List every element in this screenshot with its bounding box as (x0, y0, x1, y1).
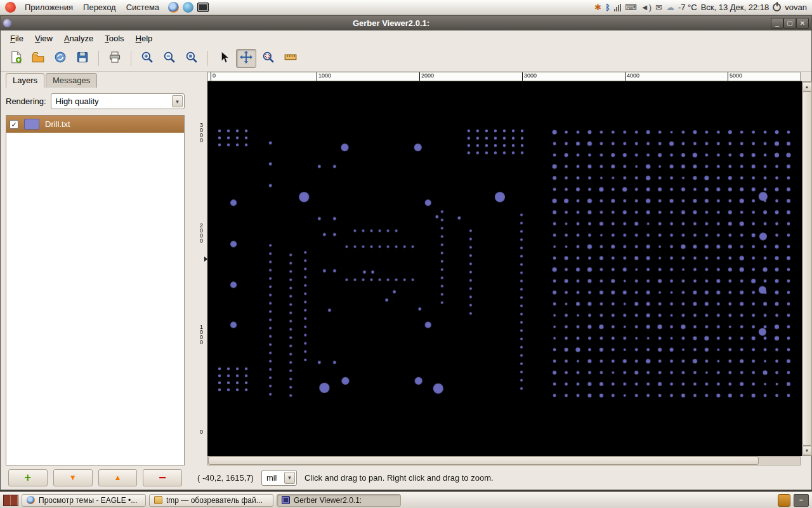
remove-layer-button[interactable]: − (143, 469, 182, 486)
weather-temperature: -7 °C (678, 3, 697, 12)
ruler-corner-right (801, 72, 811, 81)
toolbar-refresh-button[interactable] (50, 49, 70, 68)
menu-help[interactable]: Help (130, 32, 159, 45)
weather-icon[interactable]: ☁ (666, 3, 674, 11)
browser-launcher-icon[interactable] (183, 2, 193, 13)
layer-visibility-checkbox[interactable]: ✓ (10, 120, 18, 129)
zoom-window-tool-icon (262, 51, 275, 66)
horizontal-scrollbar[interactable] (207, 456, 801, 465)
select-tool-icon (218, 51, 230, 66)
power-icon[interactable] (773, 3, 781, 11)
ruler-position-marker (204, 257, 207, 262)
layer-name: Drill.txt (45, 119, 70, 129)
bluetooth-tray-icon[interactable]: ᛒ (605, 3, 610, 11)
terminal-launcher-icon[interactable] (197, 3, 209, 12)
rendering-value: High quality (56, 97, 99, 106)
updates-tray-icon[interactable]: ✱ (594, 3, 601, 11)
keyboard-indicator-icon[interactable]: ⌨ (625, 3, 637, 11)
maximize-button[interactable]: ▢ (783, 18, 796, 29)
ruler-tick: 2000 (200, 223, 203, 243)
ruler-tick: 3000 (522, 72, 537, 81)
toolbar-separator (131, 51, 131, 66)
arrow-up-icon: ▲ (114, 473, 121, 482)
toolbar-select-tool-button[interactable] (214, 49, 234, 68)
vertical-scrollbar[interactable]: ▲ ▼ (802, 81, 812, 456)
volume-tray-icon[interactable]: ◄) (641, 3, 652, 11)
rendering-combobox[interactable]: High quality ▾ (51, 93, 185, 109)
taskbar-item-2[interactable]: Gerber Viewer2.0.1: (277, 494, 401, 507)
panel-left: ПриложенияПереходСистема (5, 0, 209, 15)
ruler-row: 010002000300040005000 (190, 72, 811, 81)
titlebar[interactable]: Gerber Viewer2.0.1: _ ▢ ✕ (1, 16, 811, 30)
panel-menu-places[interactable]: Переход (78, 1, 121, 13)
toolbar-save-file-button[interactable] (72, 49, 93, 68)
panel-username[interactable]: vovan (785, 3, 807, 12)
panel-right: ✱ ᛒ ⌨ ◄) ✉ ☁ -7 °C Вск, 13 Дек, 22:18 vo… (594, 0, 807, 15)
sidebar-tabs: LayersMessages (6, 73, 185, 88)
menu-tools[interactable]: Tools (99, 32, 129, 45)
menu-analyze[interactable]: Analyze (58, 32, 99, 45)
workspace-switcher[interactable] (3, 495, 18, 506)
add-layer-button[interactable]: + (8, 469, 48, 486)
taskbar-item-label: Gerber Viewer2.0.1: (294, 496, 362, 505)
taskbar: Просмотр темы - EAGLE •...tmp — обозрева… (0, 491, 812, 508)
toolbar-open-file-button[interactable] (28, 49, 48, 68)
toolbar-measure-tool-button[interactable] (280, 49, 301, 68)
toolbar-pan-tool-button[interactable] (236, 49, 256, 68)
distro-logo-icon[interactable] (5, 2, 16, 13)
toolbar-zoom-in-button[interactable] (137, 49, 157, 68)
move-layer-down-button[interactable]: ▼ (53, 469, 93, 486)
panel-menu-applications[interactable]: Приложения (20, 1, 78, 13)
chevron-down-icon[interactable]: ▾ (284, 472, 295, 484)
menu-file[interactable]: File (4, 32, 29, 45)
ruler-tick: 1000 (200, 324, 203, 345)
save-file-icon (76, 51, 89, 66)
toolbar-print-button[interactable] (105, 49, 125, 68)
taskbar-item-0[interactable]: Просмотр темы - EAGLE •... (22, 494, 146, 507)
zoom-fit-icon (185, 51, 198, 66)
tab-messages[interactable]: Messages (46, 73, 97, 88)
menu-view[interactable]: View (29, 32, 58, 45)
vertical-ruler: 3000200010000 (190, 81, 207, 456)
units-combobox[interactable]: mil ▾ (261, 470, 297, 486)
toolbar-zoom-window-tool-button[interactable] (258, 49, 278, 68)
ruler-tick: 0 (200, 429, 203, 434)
toolbar-zoom-out-button[interactable] (159, 49, 180, 68)
horizontal-scroll-thumb[interactable] (208, 457, 759, 465)
panel-menu-system[interactable]: Система (121, 1, 164, 13)
scroll-up-icon[interactable]: ▲ (802, 82, 812, 91)
firefox-launcher-icon[interactable] (168, 2, 179, 13)
minimize-button[interactable]: _ (771, 18, 783, 29)
cursor-coordinates: ( -40,2, 1615,7) (197, 473, 254, 483)
tab-layers[interactable]: Layers (6, 73, 44, 88)
scroll-down-icon[interactable]: ▼ (802, 446, 812, 455)
mail-tray-icon[interactable]: ✉ (655, 3, 662, 11)
statusbar-hint: Click and drag to pan. Right click and d… (304, 473, 494, 483)
pcb-canvas[interactable] (207, 81, 802, 456)
panel-clock[interactable]: Вск, 13 Дек, 22:18 (701, 3, 769, 12)
gerber-viewer-window: Gerber Viewer2.0.1: _ ▢ ✕ FileViewAnalyz… (0, 15, 812, 490)
panel-menus: ПриложенияПереходСистема (20, 1, 164, 13)
vertical-scroll-thumb[interactable] (802, 91, 812, 446)
toolbar-new-file-button[interactable] (6, 49, 26, 68)
taskbar-item-1[interactable]: tmp — обозреватель фай... (149, 494, 273, 507)
layer-row[interactable]: ✓Drill.txt (6, 116, 184, 133)
print-icon (108, 51, 121, 66)
top-panel: ПриложенияПереходСистема ✱ ᛒ ⌨ ◄) ✉ ☁ -7… (0, 0, 812, 15)
window-menu-icon[interactable] (3, 19, 11, 27)
rendering-row: Rendering: High quality ▾ (6, 88, 185, 115)
canvas-row: 3000200010000 ▲ ▼ (190, 81, 811, 456)
network-signal-icon[interactable] (614, 4, 621, 11)
window-list-button[interactable]: ▪▪ (794, 494, 809, 507)
chevron-down-icon[interactable]: ▾ (172, 95, 183, 107)
move-layer-up-button[interactable]: ▲ (98, 469, 138, 486)
new-file-icon (10, 51, 22, 66)
taskbar-item-label: tmp — обозреватель фай... (166, 496, 263, 505)
ruler-tick: 5000 (728, 72, 742, 81)
task-items: Просмотр темы - EAGLE •...tmp — обозрева… (22, 494, 401, 507)
close-button[interactable]: ✕ (796, 18, 809, 29)
tray-app-icon[interactable] (778, 494, 790, 507)
minus-icon: − (159, 474, 166, 481)
toolbar-zoom-fit-button[interactable] (181, 49, 202, 68)
layer-color-swatch[interactable] (24, 119, 39, 130)
